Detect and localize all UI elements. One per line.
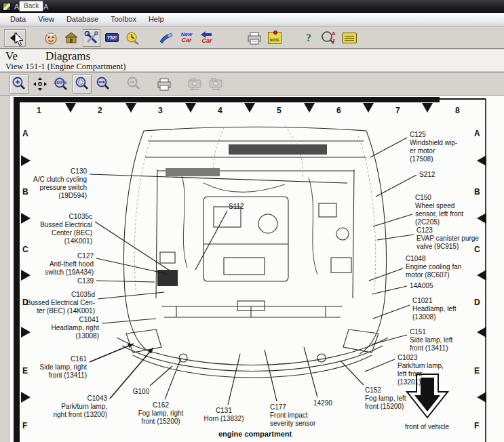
callout-line: C161 (40, 355, 87, 363)
front-of-vehicle-label: front of vehicle (405, 423, 449, 430)
callout-line: S212 (419, 171, 435, 179)
title-bar: ALLDATA (0, 0, 504, 13)
menu-database[interactable]: Database (60, 14, 104, 25)
pan-button[interactable] (31, 75, 50, 94)
callout-line: Side lamp, right (40, 363, 87, 371)
callout-line: Fog lamp, left (365, 395, 406, 403)
callout-line: C1035c (40, 213, 92, 221)
grid-row-C-left: C (22, 245, 28, 254)
callout-C127: C127Anti-theft hoodswitch (19A434) (45, 252, 94, 277)
fax-list-button[interactable] (341, 29, 358, 47)
callout-line: G100 (133, 388, 149, 396)
menu-data[interactable]: Data (4, 14, 32, 25)
callout-line: C123 (416, 226, 479, 235)
diagram-caption: engine compartment (218, 430, 292, 438)
repair-tools-button[interactable] (83, 29, 100, 47)
new-car-button[interactable]: New Car (178, 29, 195, 47)
callout-C130: C130A/C clutch cyclingpressure switch(19… (33, 167, 87, 200)
callout-line: C162 (138, 401, 184, 409)
camera-prev-icon (186, 76, 203, 92)
callout-line: C1048 (406, 255, 461, 263)
callout-line: pressure switch (33, 184, 87, 192)
grid-column-5: 5 (277, 106, 282, 115)
tab-diagrams[interactable]: Diagrams (45, 49, 90, 63)
menu-help[interactable]: Help (142, 14, 170, 25)
zoom-in-button[interactable] (9, 75, 28, 94)
previous-car-icon: Car (201, 31, 213, 44)
grid-column-8: 8 (455, 106, 460, 115)
view-header-row: View 151-1 (Engine Compartment) (0, 62, 504, 72)
zoom-100-button[interactable]: 100% (52, 75, 71, 94)
callout-C1035d: C1035dBussed Electrical Cen-ter (BEC) (1… (26, 291, 95, 315)
callout-line: Horn (13832) (204, 415, 244, 423)
notes-button[interactable]: NOTE (266, 29, 284, 47)
grid-column-4: 4 (218, 106, 222, 115)
assistant-face-icon-button[interactable] (42, 29, 60, 47)
callout-line: left front (398, 370, 444, 378)
callout-line: C1023 (398, 354, 444, 362)
zoom-fit-button[interactable] (73, 75, 92, 94)
diagram-toolbar: 100% (0, 72, 504, 96)
callout-line: switch (19A434) (45, 268, 94, 277)
callout-line: severity sensor (270, 420, 315, 428)
diagram-print-button[interactable] (155, 75, 174, 94)
callout-C1043: C1043Park/turn lamp,right front (13200) (54, 395, 108, 419)
zoom-width-button[interactable] (94, 75, 113, 94)
fax-machine-icon (342, 33, 357, 43)
callout-line: Anti-theft hood (45, 260, 94, 268)
tab-vehicle-partial[interactable]: Ve (5, 49, 18, 63)
help-question-icon: ? (306, 32, 311, 44)
code-752-button[interactable]: 752! (103, 29, 121, 47)
search-az-icon: A z (320, 30, 338, 46)
search-az-button[interactable]: A z (320, 29, 338, 47)
callout-line: Windshield wip- (410, 139, 457, 147)
printer-icon (156, 77, 172, 92)
grid-column-7: 7 (395, 106, 400, 115)
callout-line: (19D594) (33, 192, 87, 200)
callout-line: Side lamp, left (410, 336, 452, 344)
callout-C1041: C1041Headlamp, right(13008) (51, 316, 99, 340)
callout-14290: 14290 (313, 399, 332, 407)
callout-G100: G100 (133, 388, 149, 396)
grid-row-B-left: B (22, 187, 28, 197)
callout-line: Center (BEC) (40, 229, 92, 237)
callout-line: motor (8C607) (406, 271, 461, 279)
labor-guide-button[interactable] (157, 29, 175, 47)
callout-line: C1041 (51, 316, 99, 324)
callout-line: 14290 (313, 399, 332, 407)
alldata-window: ALLDATA Data View Database Toolbox Help (0, 0, 504, 442)
menu-toolbox[interactable]: Toolbox (104, 14, 142, 25)
grid-row-D-right: D (474, 298, 480, 307)
svg-text:A: A (332, 31, 336, 37)
grid-row-F-left: F (22, 421, 27, 430)
next-image-button (206, 75, 225, 94)
printer-icon (246, 31, 263, 45)
grid-column-6: 6 (336, 106, 341, 115)
view-title: View 151-1 (Engine Compartment) (5, 62, 125, 72)
zoom-out-button (124, 75, 143, 94)
menu-bar: Data View Database Toolbox Help (0, 13, 504, 26)
home-button[interactable] (62, 29, 80, 47)
menu-view[interactable]: View (32, 14, 60, 25)
callout-line: Bussed Electrical (40, 221, 92, 229)
callout-C1035c: C1035cBussed ElectricalCenter (BEC)(14K0… (40, 213, 92, 245)
callout-C131: C131Horn (13832) (204, 407, 244, 423)
grid-row-B-right: B (474, 187, 480, 197)
callout-line: C127 (45, 252, 94, 260)
callout-line: right front (13200) (54, 411, 108, 419)
zoom-fit-icon (74, 76, 90, 92)
grid-column-1: 1 (37, 106, 41, 115)
zoom-out-icon (125, 76, 142, 92)
callout-line: Bussed Electrical Cen- (26, 299, 95, 307)
previous-car-button[interactable]: Car (198, 29, 216, 47)
print-button[interactable] (246, 29, 263, 47)
callout-line: 14A005 (410, 282, 433, 290)
service-schedule-button[interactable] (123, 29, 141, 47)
zoom-in-icon (11, 76, 27, 92)
callout-line: S112 (229, 203, 244, 211)
help-button[interactable]: ? (300, 29, 317, 47)
callout-line: (13008) (51, 332, 99, 340)
app-logo-icon (3, 3, 11, 11)
callout-line: C125 (410, 131, 457, 139)
assistant-face-icon (43, 31, 58, 45)
